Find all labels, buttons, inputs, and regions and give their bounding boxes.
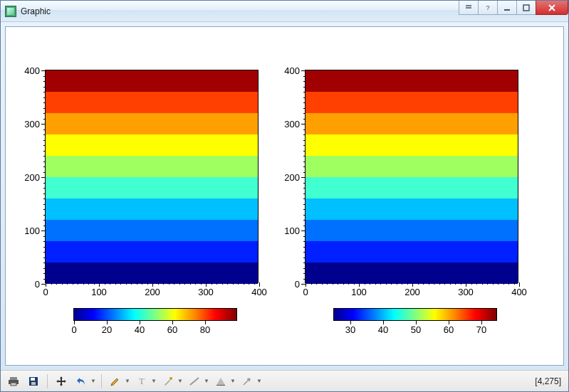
window-title: Graphic: [21, 6, 51, 16]
heatmap-row: [306, 70, 518, 92]
svg-rect-1: [504, 9, 510, 11]
svg-text:?: ?: [486, 4, 489, 11]
colorbar-tick-label: 40: [378, 324, 388, 335]
heatmap-row: [306, 263, 518, 284]
move-button[interactable]: [53, 373, 70, 390]
heatmap-chart: 010020030040001002003004003040506070: [6, 27, 564, 366]
y-tick-label: 0: [295, 279, 300, 290]
line-button[interactable]: [186, 373, 203, 390]
cursor-coords: [4,275]: [535, 376, 561, 386]
maximize-button[interactable]: [516, 1, 536, 15]
x-tick-label: 200: [404, 287, 420, 297]
app-icon: [5, 6, 16, 17]
dropdown-icon[interactable]: ▼: [230, 378, 236, 384]
svg-rect-11: [216, 385, 225, 386]
svg-rect-8: [31, 382, 36, 385]
plot-area: 0100200300400010020030040002040608001002…: [5, 26, 564, 366]
triangle-icon: [215, 376, 226, 387]
move-icon: [56, 376, 67, 387]
colorbar-tick-label: 60: [444, 324, 454, 335]
dropdown-icon[interactable]: ▼: [151, 378, 157, 384]
wand-icon: [162, 376, 174, 387]
eyedrop-button[interactable]: [160, 373, 177, 390]
y-tick-label: 400: [284, 65, 300, 76]
fill-button[interactable]: [212, 373, 229, 390]
dropdown-icon[interactable]: ▼: [256, 378, 262, 384]
svg-rect-3: [10, 377, 17, 380]
svg-rect-7: [31, 378, 35, 381]
svg-rect-5: [11, 383, 16, 386]
floppy-icon: [28, 376, 39, 387]
y-tick-label: 100: [284, 226, 300, 236]
colorbar-tick-label: 30: [345, 324, 355, 335]
minimize-extra-button[interactable]: [459, 1, 479, 15]
x-tick-label: 100: [351, 287, 367, 297]
minimize-button[interactable]: [497, 1, 517, 15]
y-tick-label: 200: [284, 172, 300, 183]
x-tick-label: 300: [458, 287, 474, 297]
toolbar: ▼ ▼ T ▼ ▼ ▼ ▼ ▼ [4,275]: [1, 370, 568, 391]
undo-icon: [75, 376, 87, 387]
colorbar: 3040506070: [333, 308, 497, 321]
svg-text:T: T: [139, 376, 145, 386]
x-tick-label: 400: [511, 287, 527, 297]
dropdown-icon[interactable]: ▼: [125, 378, 130, 384]
axes[interactable]: 01002003004000100200300400: [305, 70, 518, 283]
help-button[interactable]: ?: [478, 1, 498, 15]
print-button[interactable]: [5, 373, 22, 390]
pencil-icon: [110, 376, 121, 387]
heatmap-row: [306, 220, 518, 241]
svg-point-10: [169, 377, 172, 380]
heatmap-row: [306, 241, 518, 263]
y-tick-label: 300: [284, 119, 300, 129]
undo-button[interactable]: [73, 373, 90, 390]
title-bar[interactable]: Graphic ?: [1, 1, 568, 22]
line-icon: [189, 376, 200, 387]
x-tick-label: 0: [303, 287, 308, 297]
dropdown-icon[interactable]: ▼: [204, 378, 209, 384]
toolbar-separator: [47, 374, 48, 388]
toolbar-separator: [101, 374, 102, 388]
text-button[interactable]: T: [133, 373, 150, 390]
heatmap-row: [306, 198, 518, 220]
heatmap-row: [306, 177, 518, 198]
heatmap-row: [306, 156, 518, 177]
edit-button[interactable]: [107, 373, 124, 390]
dropdown-icon[interactable]: ▼: [177, 378, 183, 384]
printer-icon: [8, 376, 19, 387]
heatmap-row: [306, 134, 518, 156]
arrow-button[interactable]: [239, 373, 256, 390]
heatmap-row: [306, 92, 518, 113]
dropdown-icon[interactable]: ▼: [90, 378, 96, 384]
window-controls: ?: [459, 1, 568, 15]
arrow-icon: [241, 376, 253, 387]
save-button[interactable]: [25, 373, 42, 390]
close-button[interactable]: [536, 1, 568, 15]
app-window: Graphic ? 010020030040001002003004000204…: [0, 0, 569, 392]
colorbar-tick-label: 50: [411, 324, 421, 335]
svg-rect-2: [523, 5, 529, 11]
heatmap-row: [306, 113, 518, 134]
colorbar-tick-label: 70: [476, 324, 486, 335]
text-icon: T: [136, 376, 147, 387]
